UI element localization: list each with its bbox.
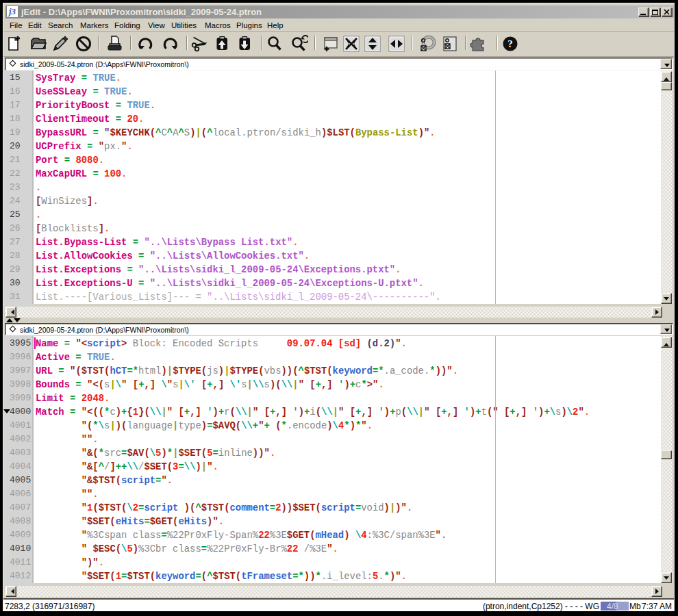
svg-text:?: ?: [507, 38, 513, 49]
